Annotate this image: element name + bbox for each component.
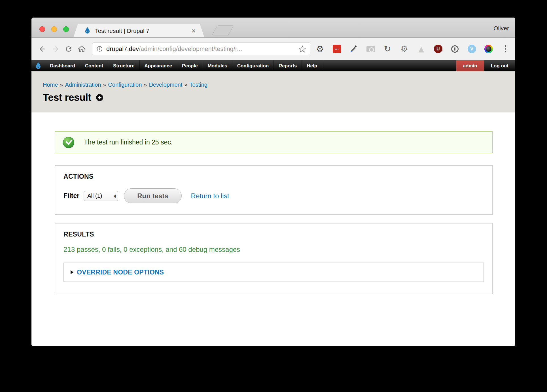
filter-select-value: All (1): [87, 193, 112, 199]
run-tests-button[interactable]: Run tests: [124, 188, 181, 203]
filter-select[interactable]: All (1) ▲▼: [84, 191, 118, 201]
home-icon: [78, 45, 86, 53]
zoom-window-button[interactable]: [63, 26, 69, 32]
toolbar-item-help[interactable]: Help: [302, 60, 322, 71]
toolbar-item-appearance[interactable]: Appearance: [140, 60, 177, 71]
results-summary: 213 passes, 0 fails, 0 exceptions, and 6…: [63, 246, 484, 253]
drupal-favicon: [84, 27, 91, 35]
forward-button[interactable]: [49, 42, 62, 56]
breadcrumb-development[interactable]: Development: [149, 82, 182, 88]
select-stepper-icon: ▲▼: [113, 194, 116, 198]
success-check-icon: [63, 137, 74, 148]
breadcrumb-testing[interactable]: Testing: [189, 82, 207, 88]
add-shortcut-icon[interactable]: [96, 94, 103, 101]
close-window-button[interactable]: [39, 26, 45, 32]
star-icon[interactable]: [299, 45, 306, 53]
breadcrumb-administration[interactable]: Administration: [65, 82, 101, 88]
page-header: Home»Administration»Configuration»Develo…: [31, 71, 515, 112]
breadcrumb-separator: »: [144, 82, 147, 88]
new-tab-button[interactable]: [212, 25, 234, 35]
browser-tab[interactable]: Test result | Drupal 7 ✕: [73, 24, 204, 37]
breadcrumb: Home»Administration»Configuration»Develo…: [43, 82, 515, 88]
breadcrumb-separator: »: [103, 82, 106, 88]
camera-lens-icon[interactable]: [484, 44, 493, 54]
back-button[interactable]: [36, 42, 49, 56]
drupal-admin-toolbar: Dashboard Content Structure Appearance P…: [31, 60, 515, 71]
back-icon: [39, 45, 46, 53]
titlebar: Test result | Drupal 7 ✕ Oliver: [31, 18, 515, 38]
breadcrumb-configuration[interactable]: Configuration: [108, 82, 142, 88]
toolbar-item-reports[interactable]: Reports: [274, 60, 302, 71]
page-title: Test result: [43, 92, 91, 103]
keyhole-icon[interactable]: [450, 44, 459, 54]
minimize-window-button[interactable]: [51, 26, 57, 32]
main-content: The test run finished in 25 sec. ACTIONS…: [31, 112, 515, 346]
reload-icon: [65, 45, 73, 53]
toolbar-item-structure[interactable]: Structure: [108, 60, 140, 71]
toolbar-item-content[interactable]: Content: [80, 60, 108, 71]
toolbar-logout[interactable]: Log out: [484, 60, 515, 71]
home-button[interactable]: [75, 42, 88, 56]
forward-icon: [52, 45, 60, 53]
browser-window: Test result | Drupal 7 ✕ Oliver: [31, 18, 515, 346]
toolbar-item-dashboard[interactable]: Dashboard: [45, 60, 80, 71]
settings-gear-icon[interactable]: ⚙: [315, 44, 325, 54]
return-to-list-link[interactable]: Return to list: [191, 192, 229, 200]
browser-toolbar: drupal7.dev/admin/config/development/tes…: [31, 38, 515, 60]
tab-close-icon[interactable]: ✕: [191, 28, 196, 34]
profile-name[interactable]: Oliver: [493, 25, 509, 32]
actions-fieldset: ACTIONS Filter All (1) ▲▼ Run tests Retu…: [55, 165, 493, 215]
address-bar[interactable]: drupal7.dev/admin/config/development/tes…: [92, 42, 310, 55]
toolbar-item-people[interactable]: People: [177, 60, 203, 71]
info-icon[interactable]: [96, 46, 103, 52]
sync-icon[interactable]: ↻: [383, 44, 392, 54]
override-node-options-link[interactable]: OVERRIDE NODE OPTIONS: [77, 269, 164, 276]
ublock-icon[interactable]: U: [434, 44, 443, 54]
traffic-lights: [39, 26, 69, 32]
kebab-menu-icon[interactable]: [501, 44, 510, 54]
drupal-logo-icon[interactable]: [31, 60, 45, 71]
breadcrumb-home[interactable]: Home: [43, 82, 58, 88]
vimium-icon[interactable]: V: [467, 44, 476, 54]
eyedropper-icon[interactable]: [349, 44, 358, 54]
toolbar-user-admin[interactable]: admin: [456, 60, 484, 71]
url-text: drupal7.dev/admin/config/development/tes…: [106, 45, 242, 53]
userscript-gear-icon[interactable]: ⚙: [400, 44, 409, 54]
filter-label: Filter: [63, 192, 79, 200]
url-host: drupal7.dev: [106, 45, 139, 52]
tab-title: Test result | Drupal 7: [95, 27, 188, 34]
collapsed-arrow-icon: [71, 270, 73, 274]
override-node-options-group[interactable]: OVERRIDE NODE OPTIONS: [63, 263, 484, 282]
status-message: The test run finished in 25 sec.: [55, 131, 493, 153]
breadcrumb-separator: »: [60, 82, 63, 88]
toolbar-item-modules[interactable]: Modules: [203, 60, 232, 71]
drive-icon[interactable]: ▲: [417, 44, 426, 54]
extensions-bar: ⚙ ••• ↻ ⚙ ▲ U V: [315, 44, 510, 54]
actions-heading: ACTIONS: [63, 173, 484, 180]
status-message-text: The test run finished in 25 sec.: [84, 139, 173, 146]
camera-icon[interactable]: [366, 44, 375, 54]
url-path: /admin/config/development/testing/r...: [139, 45, 242, 52]
lastpass-icon[interactable]: •••: [332, 44, 342, 54]
breadcrumb-separator: »: [184, 82, 187, 88]
results-heading: RESULTS: [63, 231, 484, 238]
reload-button[interactable]: [62, 42, 75, 56]
toolbar-item-configuration[interactable]: Configuration: [232, 60, 274, 71]
results-fieldset: RESULTS 213 passes, 0 fails, 0 exception…: [55, 223, 493, 294]
